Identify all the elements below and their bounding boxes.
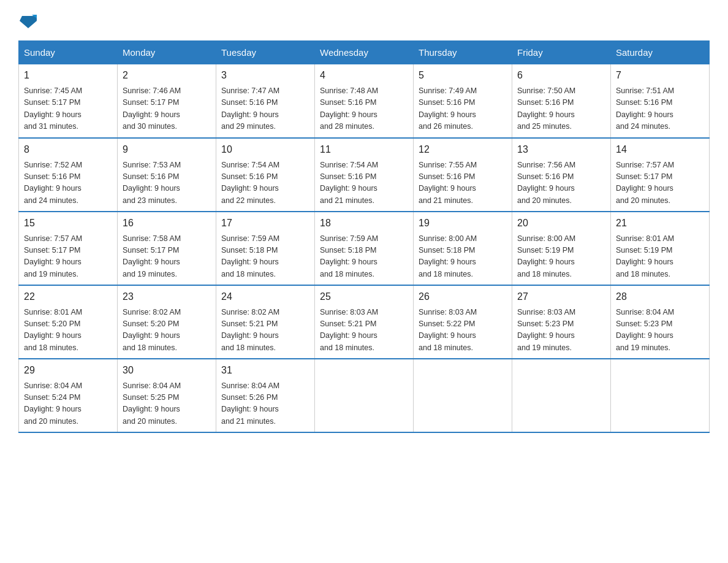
table-row: 5 Sunrise: 7:49 AMSunset: 5:16 PMDayligh… xyxy=(414,64,512,138)
day-number: 27 xyxy=(517,289,605,304)
table-row: 31 Sunrise: 8:04 AMSunset: 5:26 PMDaylig… xyxy=(216,359,315,432)
table-row: 6 Sunrise: 7:50 AMSunset: 5:16 PMDayligh… xyxy=(512,64,611,138)
table-row: 29 Sunrise: 8:04 AMSunset: 5:24 PMDaylig… xyxy=(19,359,118,432)
day-number: 10 xyxy=(221,142,309,157)
day-info: Sunrise: 7:59 AMSunset: 5:18 PMDaylight:… xyxy=(221,233,309,281)
calendar-table: Sunday Monday Tuesday Wednesday Thursday… xyxy=(18,40,710,433)
day-info: Sunrise: 7:48 AMSunset: 5:16 PMDaylight:… xyxy=(320,85,408,133)
calendar-week-1: 1 Sunrise: 7:45 AMSunset: 5:17 PMDayligh… xyxy=(19,64,710,138)
day-info: Sunrise: 8:04 AMSunset: 5:24 PMDaylight:… xyxy=(24,380,112,428)
day-number: 22 xyxy=(24,289,112,304)
table-row: 4 Sunrise: 7:48 AMSunset: 5:16 PMDayligh… xyxy=(315,64,414,138)
calendar-week-2: 8 Sunrise: 7:52 AMSunset: 5:16 PMDayligh… xyxy=(19,138,710,212)
day-info: Sunrise: 7:57 AMSunset: 5:17 PMDaylight:… xyxy=(24,233,112,281)
col-thursday: Thursday xyxy=(414,41,512,64)
day-number: 3 xyxy=(221,68,309,83)
table-row: 8 Sunrise: 7:52 AMSunset: 5:16 PMDayligh… xyxy=(19,138,118,212)
day-number: 8 xyxy=(24,142,112,157)
day-number: 6 xyxy=(517,68,605,83)
table-row: 9 Sunrise: 7:53 AMSunset: 5:16 PMDayligh… xyxy=(118,138,216,212)
header-row: Sunday Monday Tuesday Wednesday Thursday… xyxy=(19,41,710,64)
calendar-header: Sunday Monday Tuesday Wednesday Thursday… xyxy=(19,41,710,64)
table-row: 7 Sunrise: 7:51 AMSunset: 5:16 PMDayligh… xyxy=(611,64,710,138)
table-row: 17 Sunrise: 7:59 AMSunset: 5:18 PMDaylig… xyxy=(216,212,315,285)
table-row: 14 Sunrise: 7:57 AMSunset: 5:17 PMDaylig… xyxy=(611,138,710,212)
day-info: Sunrise: 8:03 AMSunset: 5:21 PMDaylight:… xyxy=(320,307,408,354)
day-number: 16 xyxy=(123,216,211,231)
table-row: 12 Sunrise: 7:55 AMSunset: 5:16 PMDaylig… xyxy=(414,138,512,212)
table-row xyxy=(512,359,611,432)
table-row: 18 Sunrise: 7:59 AMSunset: 5:18 PMDaylig… xyxy=(315,212,414,285)
col-monday: Monday xyxy=(118,41,216,64)
day-info: Sunrise: 7:57 AMSunset: 5:17 PMDaylight:… xyxy=(616,159,704,207)
table-row: 15 Sunrise: 7:57 AMSunset: 5:17 PMDaylig… xyxy=(19,212,118,285)
day-info: Sunrise: 7:49 AMSunset: 5:16 PMDaylight:… xyxy=(419,85,507,133)
day-number: 31 xyxy=(221,363,309,378)
col-friday: Friday xyxy=(512,41,611,64)
day-info: Sunrise: 8:01 AMSunset: 5:20 PMDaylight:… xyxy=(24,307,112,354)
day-info: Sunrise: 7:54 AMSunset: 5:16 PMDaylight:… xyxy=(221,159,309,207)
table-row: 20 Sunrise: 8:00 AMSunset: 5:19 PMDaylig… xyxy=(512,212,611,285)
table-row: 27 Sunrise: 8:03 AMSunset: 5:23 PMDaylig… xyxy=(512,285,611,359)
calendar-week-4: 22 Sunrise: 8:01 AMSunset: 5:20 PMDaylig… xyxy=(19,285,710,359)
day-number: 11 xyxy=(320,142,408,157)
col-tuesday: Tuesday xyxy=(216,41,315,64)
day-number: 7 xyxy=(616,68,704,83)
day-number: 12 xyxy=(419,142,507,157)
day-number: 30 xyxy=(123,363,211,378)
day-info: Sunrise: 8:02 AMSunset: 5:21 PMDaylight:… xyxy=(221,307,309,354)
day-info: Sunrise: 7:45 AMSunset: 5:17 PMDaylight:… xyxy=(24,85,112,133)
table-row: 26 Sunrise: 8:03 AMSunset: 5:22 PMDaylig… xyxy=(414,285,512,359)
table-row: 28 Sunrise: 8:04 AMSunset: 5:23 PMDaylig… xyxy=(611,285,710,359)
day-info: Sunrise: 8:04 AMSunset: 5:23 PMDaylight:… xyxy=(616,307,704,354)
day-info: Sunrise: 8:03 AMSunset: 5:22 PMDaylight:… xyxy=(419,307,507,354)
day-number: 9 xyxy=(123,142,211,157)
table-row: 10 Sunrise: 7:54 AMSunset: 5:16 PMDaylig… xyxy=(216,138,315,212)
day-info: Sunrise: 7:46 AMSunset: 5:17 PMDaylight:… xyxy=(123,85,211,133)
table-row xyxy=(315,359,414,432)
day-number: 18 xyxy=(320,216,408,231)
day-number: 1 xyxy=(24,68,112,83)
day-info: Sunrise: 7:50 AMSunset: 5:16 PMDaylight:… xyxy=(517,85,605,133)
table-row: 11 Sunrise: 7:54 AMSunset: 5:16 PMDaylig… xyxy=(315,138,414,212)
day-info: Sunrise: 8:01 AMSunset: 5:19 PMDaylight:… xyxy=(616,233,704,281)
page-header xyxy=(18,12,710,29)
day-info: Sunrise: 8:03 AMSunset: 5:23 PMDaylight:… xyxy=(517,307,605,354)
day-info: Sunrise: 7:59 AMSunset: 5:18 PMDaylight:… xyxy=(320,233,408,281)
table-row: 25 Sunrise: 8:03 AMSunset: 5:21 PMDaylig… xyxy=(315,285,414,359)
table-row: 13 Sunrise: 7:56 AMSunset: 5:16 PMDaylig… xyxy=(512,138,611,212)
day-info: Sunrise: 7:52 AMSunset: 5:16 PMDaylight:… xyxy=(24,159,112,207)
day-number: 23 xyxy=(123,289,211,304)
day-number: 14 xyxy=(616,142,704,157)
logo xyxy=(18,12,37,29)
day-info: Sunrise: 7:53 AMSunset: 5:16 PMDaylight:… xyxy=(123,159,211,207)
table-row xyxy=(414,359,512,432)
day-info: Sunrise: 8:02 AMSunset: 5:20 PMDaylight:… xyxy=(123,307,211,354)
day-number: 28 xyxy=(616,289,704,304)
day-info: Sunrise: 8:04 AMSunset: 5:25 PMDaylight:… xyxy=(123,380,211,428)
day-info: Sunrise: 7:56 AMSunset: 5:16 PMDaylight:… xyxy=(517,159,605,207)
col-saturday: Saturday xyxy=(611,41,710,64)
day-number: 5 xyxy=(419,68,507,83)
table-row: 16 Sunrise: 7:58 AMSunset: 5:17 PMDaylig… xyxy=(118,212,216,285)
day-number: 13 xyxy=(517,142,605,157)
day-number: 17 xyxy=(221,216,309,231)
day-number: 24 xyxy=(221,289,309,304)
col-sunday: Sunday xyxy=(19,41,118,64)
day-number: 20 xyxy=(517,216,605,231)
table-row: 23 Sunrise: 8:02 AMSunset: 5:20 PMDaylig… xyxy=(118,285,216,359)
day-info: Sunrise: 7:51 AMSunset: 5:16 PMDaylight:… xyxy=(616,85,704,133)
day-number: 15 xyxy=(24,216,112,231)
day-number: 29 xyxy=(24,363,112,378)
day-info: Sunrise: 7:54 AMSunset: 5:16 PMDaylight:… xyxy=(320,159,408,207)
table-row: 3 Sunrise: 7:47 AMSunset: 5:16 PMDayligh… xyxy=(216,64,315,138)
col-wednesday: Wednesday xyxy=(315,41,414,64)
day-number: 2 xyxy=(123,68,211,83)
table-row: 21 Sunrise: 8:01 AMSunset: 5:19 PMDaylig… xyxy=(611,212,710,285)
day-info: Sunrise: 8:00 AMSunset: 5:19 PMDaylight:… xyxy=(517,233,605,281)
table-row: 22 Sunrise: 8:01 AMSunset: 5:20 PMDaylig… xyxy=(19,285,118,359)
table-row xyxy=(611,359,710,432)
table-row: 24 Sunrise: 8:02 AMSunset: 5:21 PMDaylig… xyxy=(216,285,315,359)
table-row: 30 Sunrise: 8:04 AMSunset: 5:25 PMDaylig… xyxy=(118,359,216,432)
day-number: 21 xyxy=(616,216,704,231)
